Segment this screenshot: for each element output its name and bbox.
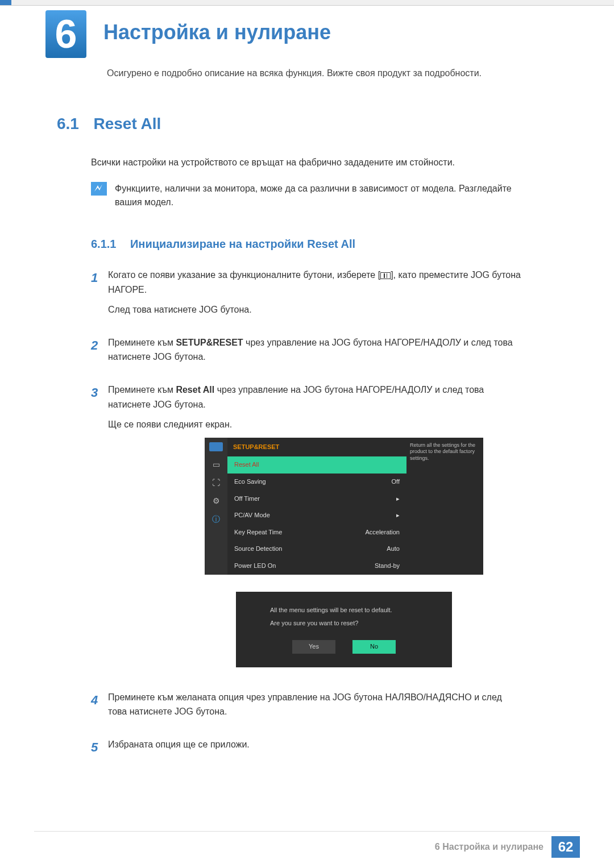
step-4: 4 Преминете към желаната опция чрез упра…: [91, 690, 523, 725]
footer-rule: [34, 831, 580, 832]
osd-value: ▸: [396, 510, 400, 521]
size-icon: ⛶: [210, 477, 222, 488]
step-number: 4: [91, 690, 108, 725]
osd-sidebar: ▭ ⛶ ⚙ ⓘ: [205, 438, 227, 575]
note-text: Функциите, налични за монитора, може да …: [115, 182, 523, 209]
section-intro: Всички настройки на устройството се връщ…: [91, 156, 523, 169]
osd-label: Off Timer: [234, 494, 260, 504]
osd-label: Source Detection: [234, 544, 282, 554]
step-text: Ще се появи следният екран.: [108, 417, 523, 432]
chapter-subtitle: Осигурено е подробно описание на всяка ф…: [107, 68, 614, 78]
step-text: Преминете към: [108, 338, 176, 347]
osd-value: ▸: [396, 494, 400, 504]
osd-value: Acceleration: [365, 528, 400, 538]
subsection-heading: 6.1.1 Инициализиране на настройки Reset …: [91, 238, 614, 251]
osd-help-text: Return all the settings for the product …: [406, 438, 483, 575]
step-number: 1: [91, 268, 108, 323]
step-text: Избраната опция ще се приложи.: [108, 737, 523, 752]
osd-label: Power LED On: [234, 561, 276, 571]
osd-row: PC/AV Mode▸: [227, 507, 406, 524]
osd-label: Key Repeat Time: [234, 528, 282, 538]
section-number: 6.1: [57, 115, 91, 133]
step-text: Когато се появи указание за функционални…: [108, 270, 380, 280]
step-text: Преминете към желаната опция чрез управл…: [108, 690, 523, 719]
osd-row: Off Timer▸: [227, 491, 406, 508]
picture-icon: ▭: [210, 459, 222, 470]
osd-label: Reset All: [234, 460, 259, 470]
dialog-line: Are you sure you want to reset?: [259, 618, 429, 629]
chapter-title: Настройка и нулиране: [103, 20, 331, 44]
subsection-title: Инициализиране на настройки Reset All: [130, 238, 355, 250]
step-text: Преминете към: [108, 385, 176, 394]
osd-value: Auto: [387, 544, 400, 554]
menu-icon: [380, 272, 391, 279]
keyword: SETUP&RESET: [176, 338, 243, 347]
step-2: 2 Преминете към SETUP&RESET чрез управле…: [91, 335, 523, 370]
footer-chapter-label: 6 Настройка и нулиране: [435, 842, 544, 852]
osd-row-selected: Reset All: [227, 456, 406, 474]
note-block: Функциите, налични за монитора, може да …: [91, 182, 523, 209]
monitor-icon: [209, 442, 223, 451]
subsection-number: 6.1.1: [91, 238, 116, 251]
step-text: След това натиснете JOG бутона.: [108, 302, 523, 317]
osd-row: Key Repeat TimeAcceleration: [227, 524, 406, 541]
footer-page-number: 62: [551, 836, 580, 858]
step-number: 5: [91, 737, 108, 758]
osd-label: PC/AV Mode: [234, 510, 270, 521]
steps-list: 1 Когато се появи указание за функционал…: [91, 268, 523, 757]
step-5: 5 Избраната опция ще се приложи.: [91, 737, 523, 758]
top-decor-band: [0, 0, 614, 6]
osd-row: Power LED OnStand-by: [227, 558, 406, 575]
settings-icon: ⚙: [210, 496, 222, 506]
osd-label: Eco Saving: [234, 477, 266, 487]
chapter-header: 6 Настройка и нулиране: [0, 6, 614, 58]
keyword: Reset All: [176, 385, 214, 394]
chapter-number-box: 6: [45, 10, 86, 58]
osd-screenshot: ▭ ⛶ ⚙ ⓘ SETUP&RESET Reset All Eco Saving…: [205, 438, 523, 667]
section-heading: 6.1 Reset All: [57, 115, 614, 133]
section-title: Reset All: [93, 115, 161, 132]
dialog-line: All the menu settings will be reset to d…: [259, 605, 429, 616]
step-3: 3 Преминете към Reset All чрез управлени…: [91, 383, 523, 678]
page-footer: 6 Настройка и нулиране 62: [435, 836, 580, 858]
step-number: 2: [91, 335, 108, 370]
osd-value: Off: [392, 477, 400, 487]
dialog-no-button: No: [352, 640, 396, 654]
osd-confirm-dialog: All the menu settings will be reset to d…: [236, 592, 452, 667]
step-number: 3: [91, 383, 108, 678]
osd-header: SETUP&RESET: [227, 438, 406, 457]
dialog-yes-button: Yes: [292, 640, 335, 654]
note-icon: [91, 182, 107, 196]
osd-row: Source DetectionAuto: [227, 541, 406, 558]
info-icon: ⓘ: [210, 514, 222, 524]
step-1: 1 Когато се появи указание за функционал…: [91, 268, 523, 323]
osd-value: Stand-by: [375, 561, 400, 571]
osd-row: Eco SavingOff: [227, 474, 406, 491]
